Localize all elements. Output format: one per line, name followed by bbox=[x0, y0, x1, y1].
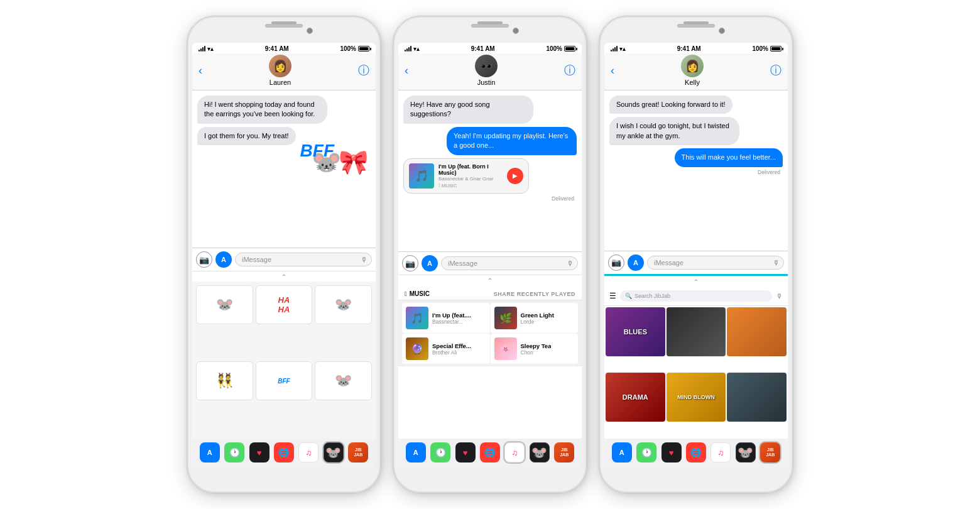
apps-btn-2[interactable]: A bbox=[422, 255, 438, 271]
apple-music-logo:  bbox=[405, 290, 407, 297]
jibjab-mic-icon[interactable]: 🎙 bbox=[776, 292, 783, 300]
camera-btn-1[interactable]: 📷 bbox=[196, 251, 212, 268]
apps-btn-3[interactable]: A bbox=[628, 255, 644, 271]
apps-btn-1[interactable]: A bbox=[215, 251, 232, 268]
tray-globe-3[interactable]: 🌐 bbox=[686, 442, 706, 462]
tray-mickey-1[interactable]: 🐭 bbox=[324, 442, 344, 462]
status-left-2: ▾▴ bbox=[405, 46, 420, 52]
jibjab-search-placeholder: Search JibJab bbox=[634, 293, 670, 299]
tray-heart-3[interactable]: ♥ bbox=[662, 442, 682, 462]
mic-icon-3: 🎙 bbox=[773, 259, 780, 266]
jibjab-cell-man1[interactable] bbox=[667, 307, 726, 356]
sticker-cell-1[interactable]: 🐭 bbox=[196, 285, 253, 324]
music-card-row: 🎵 I'm Up (feat. Born I Music) Bassnectar… bbox=[403, 158, 577, 194]
tray-appstore-1[interactable]: A bbox=[200, 442, 220, 462]
wifi-icon-1: ▾▴ bbox=[207, 46, 214, 52]
back-button-2[interactable]: ‹ bbox=[405, 64, 408, 77]
tray-music-2[interactable]: ♫ bbox=[504, 442, 525, 462]
camera-3 bbox=[719, 28, 725, 34]
imessage-input-1[interactable]: iMessage bbox=[235, 253, 372, 266]
tray-jibjab-3[interactable]: JIBJAB bbox=[760, 442, 780, 462]
nav-center-3: 👩 Kelly bbox=[681, 55, 704, 86]
tray-globe-2[interactable]: 🌐 bbox=[480, 442, 500, 462]
contact-avatar-3: 👩 bbox=[681, 55, 704, 77]
search-icon: 🔍 bbox=[625, 293, 632, 299]
music-artist-3: Brother Ali bbox=[432, 349, 471, 356]
info-button-3[interactable]: ⓘ bbox=[770, 63, 781, 78]
nav-center-2: 🕶️ Justin bbox=[475, 55, 498, 86]
message-row-1: Hi! I went shopping today and found the … bbox=[197, 96, 371, 124]
contact-name-1: Lauren bbox=[270, 79, 291, 86]
tray-mickey-3[interactable]: 🐭 bbox=[736, 442, 756, 462]
bar4 bbox=[204, 46, 205, 52]
panel-divider-1: ⌃ bbox=[192, 271, 376, 282]
jibjab-cell-blues[interactable]: BLUES bbox=[606, 307, 665, 356]
jibjab-menu-icon[interactable]: ☰ bbox=[609, 292, 616, 300]
nav-bar-2: ‹ 🕶️ Justin ⓘ bbox=[398, 53, 582, 90]
music-item-2[interactable]: 🌿 Green Light Lorde bbox=[491, 303, 579, 333]
jibjab-cell-office[interactable] bbox=[727, 373, 787, 422]
sticker-panel-1: 🐭 HAHA 🐭 👯 BFF 🐭 bbox=[192, 282, 376, 439]
music-panel-header:  MUSIC SHARE RECENTLY PLAYED bbox=[398, 285, 582, 300]
jibjab-blues-label: BLUES bbox=[624, 328, 647, 336]
sticker-cell-2[interactable]: HAHA bbox=[256, 285, 313, 324]
tray-appstore-3[interactable]: A bbox=[612, 442, 632, 462]
battery-pct-2: 100% bbox=[546, 45, 562, 52]
music-thumb-1: 🎵 bbox=[406, 307, 428, 329]
jibjab-cell-drama[interactable]: DRAMA bbox=[606, 373, 665, 422]
status-bar-2: ▾▴ 9:41 AM 100% bbox=[398, 43, 582, 53]
music-card[interactable]: 🎵 I'm Up (feat. Born I Music) Bassnectar… bbox=[403, 158, 529, 194]
contact-avatar-1: 👩 bbox=[269, 55, 291, 77]
status-left-3: ▾▴ bbox=[611, 46, 626, 52]
music-card-title: I'm Up (feat. Born I Music) bbox=[438, 163, 503, 176]
nav-bar-3: ‹ 👩 Kelly ⓘ bbox=[604, 53, 788, 90]
imessage-input-2[interactable]: iMessage bbox=[441, 256, 578, 270]
tray-recents-2[interactable]: 🕐 bbox=[430, 442, 450, 462]
bubble-3: Hey! Have any good song suggestions? bbox=[403, 96, 533, 124]
music-panel:  MUSIC SHARE RECENTLY PLAYED 🎵 I'm Up (… bbox=[398, 285, 582, 439]
jibjab-drama-label: DRAMA bbox=[623, 393, 648, 401]
tray-mickey-2[interactable]: 🐭 bbox=[530, 442, 550, 462]
camera-1 bbox=[307, 28, 313, 34]
info-button-1[interactable]: ⓘ bbox=[358, 63, 369, 78]
back-button-1[interactable]: ‹ bbox=[199, 64, 202, 77]
sticker-cell-3[interactable]: 🐭 bbox=[315, 285, 372, 324]
tray-recents-1[interactable]: 🕐 bbox=[224, 442, 244, 462]
panel-divider-3: ⌃ bbox=[604, 276, 788, 287]
tray-heart-2[interactable]: ♥ bbox=[455, 442, 476, 462]
music-item-3[interactable]: 🔮 Special Effe... Brother Ali bbox=[402, 334, 490, 364]
music-title-1: I'm Up (feat.... bbox=[432, 312, 471, 319]
bar2 bbox=[406, 48, 408, 52]
bff-label: BFF bbox=[300, 141, 334, 161]
speaker-3 bbox=[683, 21, 709, 25]
sticker-cell-4[interactable]: 👯 bbox=[196, 361, 253, 400]
sticker-cell-6[interactable]: 🐭 bbox=[315, 361, 372, 400]
music-thumb-2: 🌿 bbox=[494, 307, 517, 329]
tray-jibjab-2[interactable]: JIBJAB bbox=[554, 442, 574, 462]
tray-music-3[interactable]: ♫ bbox=[710, 442, 731, 462]
music-item-4[interactable]: 🌸 Sleepy Tea Chon bbox=[491, 334, 579, 364]
music-item-1[interactable]: 🎵 I'm Up (feat.... Bassnectar... bbox=[402, 303, 490, 333]
back-button-3[interactable]: ‹ bbox=[611, 64, 614, 77]
tray-recents-3[interactable]: 🕐 bbox=[636, 442, 656, 462]
jibjab-search-bar[interactable]: 🔍 Search JibJab bbox=[620, 290, 772, 302]
time-2: 9:41 AM bbox=[471, 45, 495, 52]
music-title-4: Sleepy Tea bbox=[521, 342, 552, 349]
jibjab-panel: ☰ 🔍 Search JibJab 🎙 BLUES bbox=[604, 287, 788, 439]
sticker-cell-5[interactable]: BFF bbox=[256, 361, 313, 400]
music-card-artist: Bassnectar & Gnar Gnar bbox=[438, 176, 503, 182]
camera-btn-2[interactable]: 📷 bbox=[402, 255, 418, 271]
tray-globe-1[interactable]: 🌐 bbox=[274, 442, 294, 462]
music-artist-2: Lorde bbox=[521, 319, 554, 325]
tray-music-1[interactable]: ♫ bbox=[298, 442, 318, 462]
signal-bars-3 bbox=[611, 46, 618, 52]
tray-jibjab-1[interactable]: JIBJAB bbox=[348, 442, 368, 462]
imessage-input-3[interactable]: iMessage bbox=[647, 256, 784, 270]
jibjab-cell-mindblown[interactable]: MIND BLOWN bbox=[667, 373, 726, 422]
tray-heart-1[interactable]: ♥ bbox=[249, 442, 270, 462]
jibjab-cell-orange[interactable] bbox=[727, 307, 787, 356]
info-button-2[interactable]: ⓘ bbox=[564, 63, 575, 78]
camera-btn-3[interactable]: 📷 bbox=[608, 255, 624, 271]
tray-appstore-2[interactable]: A bbox=[406, 442, 426, 462]
play-button[interactable]: ▶ bbox=[507, 168, 523, 184]
